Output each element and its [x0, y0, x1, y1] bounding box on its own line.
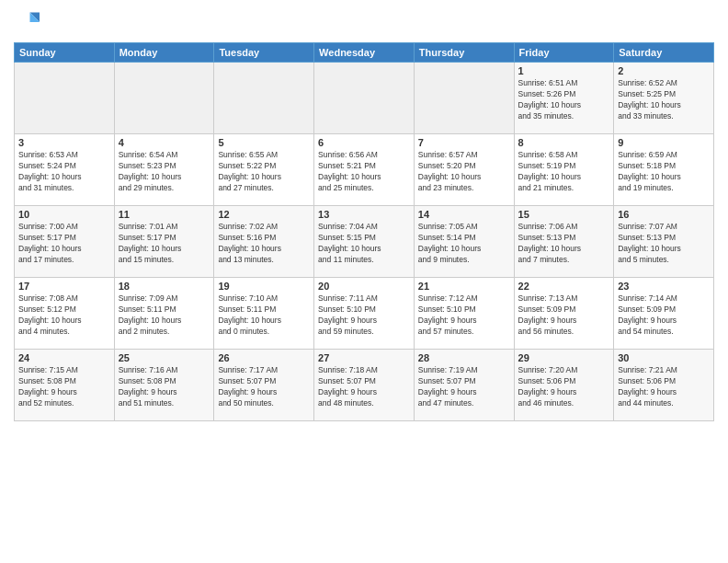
- day-info: Sunrise: 7:12 AM Sunset: 5:10 PM Dayligh…: [418, 293, 510, 338]
- day-info: Sunrise: 7:15 AM Sunset: 5:08 PM Dayligh…: [18, 365, 110, 409]
- day-number: 6: [318, 137, 410, 148]
- weekday-header-sunday: Sunday: [15, 43, 115, 63]
- day-info: Sunrise: 7:01 AM Sunset: 5:17 PM Dayligh…: [119, 222, 210, 266]
- calendar-cell: 9Sunrise: 6:59 AM Sunset: 5:18 PM Daylig…: [614, 134, 714, 206]
- day-info: Sunrise: 7:11 AM Sunset: 5:10 PM Dayligh…: [318, 293, 410, 338]
- day-info: Sunrise: 7:13 AM Sunset: 5:09 PM Dayligh…: [518, 293, 610, 338]
- day-info: Sunrise: 7:09 AM Sunset: 5:11 PM Dayligh…: [119, 293, 210, 338]
- calendar-cell: 22Sunrise: 7:13 AM Sunset: 5:09 PM Dayli…: [514, 278, 614, 350]
- calendar-week-2: 3Sunrise: 6:53 AM Sunset: 5:24 PM Daylig…: [15, 134, 714, 206]
- day-info: Sunrise: 6:56 AM Sunset: 5:21 PM Dayligh…: [318, 150, 410, 194]
- weekday-header-wednesday: Wednesday: [314, 43, 415, 63]
- calendar-cell: 12Sunrise: 7:02 AM Sunset: 5:16 PM Dayli…: [214, 206, 314, 278]
- calendar-cell: 7Sunrise: 6:57 AM Sunset: 5:20 PM Daylig…: [414, 134, 514, 206]
- day-info: Sunrise: 7:02 AM Sunset: 5:16 PM Dayligh…: [218, 222, 310, 266]
- day-info: Sunrise: 6:58 AM Sunset: 5:19 PM Dayligh…: [518, 150, 610, 194]
- day-number: 19: [218, 281, 310, 292]
- calendar-cell: 16Sunrise: 7:07 AM Sunset: 5:13 PM Dayli…: [614, 206, 714, 278]
- calendar-cell: 15Sunrise: 7:06 AM Sunset: 5:13 PM Dayli…: [514, 206, 614, 278]
- day-number: 7: [418, 137, 510, 148]
- weekday-header-monday: Monday: [114, 43, 214, 63]
- calendar-cell: 24Sunrise: 7:15 AM Sunset: 5:08 PM Dayli…: [15, 350, 115, 421]
- day-info: Sunrise: 7:16 AM Sunset: 5:08 PM Dayligh…: [119, 365, 210, 409]
- calendar-cell: 25Sunrise: 7:16 AM Sunset: 5:08 PM Dayli…: [114, 350, 214, 421]
- day-info: Sunrise: 7:08 AM Sunset: 5:12 PM Dayligh…: [18, 293, 110, 338]
- day-number: 3: [18, 137, 110, 148]
- weekday-header-friday: Friday: [514, 43, 614, 63]
- day-number: 18: [119, 281, 210, 292]
- day-number: 15: [518, 209, 610, 220]
- day-number: 5: [218, 137, 310, 148]
- day-number: 16: [618, 209, 710, 220]
- day-number: 24: [18, 352, 110, 363]
- calendar-week-4: 17Sunrise: 7:08 AM Sunset: 5:12 PM Dayli…: [15, 278, 714, 350]
- calendar-cell: 11Sunrise: 7:01 AM Sunset: 5:17 PM Dayli…: [114, 206, 214, 278]
- calendar-cell: 21Sunrise: 7:12 AM Sunset: 5:10 PM Dayli…: [414, 278, 514, 350]
- day-info: Sunrise: 6:57 AM Sunset: 5:20 PM Dayligh…: [418, 150, 510, 194]
- calendar-cell: 4Sunrise: 6:54 AM Sunset: 5:23 PM Daylig…: [114, 134, 214, 206]
- calendar-cell: [314, 63, 415, 134]
- calendar-cell: 18Sunrise: 7:09 AM Sunset: 5:11 PM Dayli…: [114, 278, 214, 350]
- calendar-cell: 8Sunrise: 6:58 AM Sunset: 5:19 PM Daylig…: [514, 134, 614, 206]
- calendar-cell: 14Sunrise: 7:05 AM Sunset: 5:14 PM Dayli…: [414, 206, 514, 278]
- calendar-cell: 10Sunrise: 7:00 AM Sunset: 5:17 PM Dayli…: [15, 206, 115, 278]
- calendar-cell: 17Sunrise: 7:08 AM Sunset: 5:12 PM Dayli…: [15, 278, 115, 350]
- day-number: 21: [418, 281, 510, 292]
- calendar-cell: 30Sunrise: 7:21 AM Sunset: 5:06 PM Dayli…: [614, 350, 714, 421]
- day-info: Sunrise: 7:07 AM Sunset: 5:13 PM Dayligh…: [618, 222, 710, 266]
- day-info: Sunrise: 7:06 AM Sunset: 5:13 PM Dayligh…: [518, 222, 610, 266]
- day-info: Sunrise: 7:05 AM Sunset: 5:14 PM Dayligh…: [418, 222, 510, 266]
- calendar-cell: 20Sunrise: 7:11 AM Sunset: 5:10 PM Dayli…: [314, 278, 415, 350]
- day-number: 2: [618, 65, 710, 76]
- day-number: 10: [18, 209, 110, 220]
- day-number: 12: [218, 209, 310, 220]
- day-number: 11: [119, 209, 210, 220]
- day-info: Sunrise: 7:04 AM Sunset: 5:15 PM Dayligh…: [318, 222, 410, 266]
- calendar-cell: 26Sunrise: 7:17 AM Sunset: 5:07 PM Dayli…: [214, 350, 314, 421]
- logo-icon: [14, 9, 40, 35]
- day-number: 22: [518, 281, 610, 292]
- calendar: SundayMondayTuesdayWednesdayThursdayFrid…: [14, 42, 714, 421]
- day-number: 13: [318, 209, 410, 220]
- calendar-cell: 23Sunrise: 7:14 AM Sunset: 5:09 PM Dayli…: [614, 278, 714, 350]
- day-number: 20: [318, 281, 410, 292]
- calendar-cell: 13Sunrise: 7:04 AM Sunset: 5:15 PM Dayli…: [314, 206, 415, 278]
- calendar-cell: 19Sunrise: 7:10 AM Sunset: 5:11 PM Dayli…: [214, 278, 314, 350]
- calendar-week-3: 10Sunrise: 7:00 AM Sunset: 5:17 PM Dayli…: [15, 206, 714, 278]
- day-number: 4: [119, 137, 210, 148]
- calendar-cell: 6Sunrise: 6:56 AM Sunset: 5:21 PM Daylig…: [314, 134, 415, 206]
- day-info: Sunrise: 7:17 AM Sunset: 5:07 PM Dayligh…: [218, 365, 310, 409]
- calendar-cell: [15, 63, 115, 134]
- day-number: 27: [318, 352, 410, 363]
- calendar-week-5: 24Sunrise: 7:15 AM Sunset: 5:08 PM Dayli…: [15, 350, 714, 421]
- day-number: 28: [418, 352, 510, 363]
- day-info: Sunrise: 6:55 AM Sunset: 5:22 PM Dayligh…: [218, 150, 310, 194]
- day-number: 23: [618, 281, 710, 292]
- day-number: 1: [518, 65, 610, 76]
- day-number: 8: [518, 137, 610, 148]
- calendar-cell: 3Sunrise: 6:53 AM Sunset: 5:24 PM Daylig…: [15, 134, 115, 206]
- day-info: Sunrise: 7:19 AM Sunset: 5:07 PM Dayligh…: [418, 365, 510, 409]
- calendar-cell: [414, 63, 514, 134]
- day-number: 26: [218, 352, 310, 363]
- calendar-cell: 5Sunrise: 6:55 AM Sunset: 5:22 PM Daylig…: [214, 134, 314, 206]
- day-info: Sunrise: 7:20 AM Sunset: 5:06 PM Dayligh…: [518, 365, 610, 409]
- day-number: 14: [418, 209, 510, 220]
- day-info: Sunrise: 6:51 AM Sunset: 5:26 PM Dayligh…: [518, 78, 610, 122]
- weekday-header-tuesday: Tuesday: [214, 43, 314, 63]
- weekday-header-thursday: Thursday: [414, 43, 514, 63]
- calendar-cell: [114, 63, 214, 134]
- day-info: Sunrise: 7:14 AM Sunset: 5:09 PM Dayligh…: [618, 293, 710, 338]
- day-info: Sunrise: 6:53 AM Sunset: 5:24 PM Dayligh…: [18, 150, 110, 194]
- day-info: Sunrise: 7:00 AM Sunset: 5:17 PM Dayligh…: [18, 222, 110, 266]
- day-info: Sunrise: 6:54 AM Sunset: 5:23 PM Dayligh…: [119, 150, 210, 194]
- calendar-cell: 29Sunrise: 7:20 AM Sunset: 5:06 PM Dayli…: [514, 350, 614, 421]
- day-number: 9: [618, 137, 710, 148]
- weekday-header-saturday: Saturday: [614, 43, 714, 63]
- day-number: 17: [18, 281, 110, 292]
- calendar-week-1: 1Sunrise: 6:51 AM Sunset: 5:26 PM Daylig…: [15, 63, 714, 134]
- day-number: 30: [618, 352, 710, 363]
- day-info: Sunrise: 6:59 AM Sunset: 5:18 PM Dayligh…: [618, 150, 710, 194]
- day-number: 29: [518, 352, 610, 363]
- header: [14, 9, 714, 35]
